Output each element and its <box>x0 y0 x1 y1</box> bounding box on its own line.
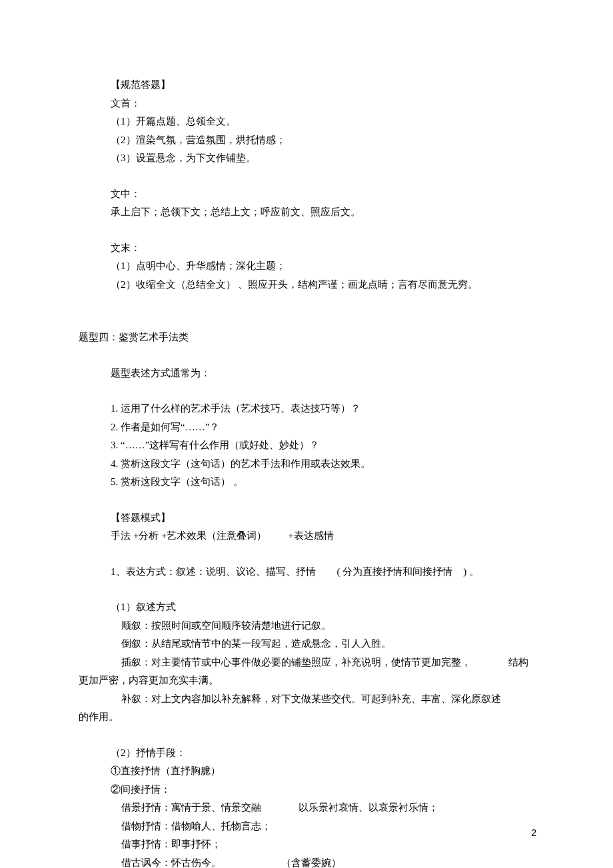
wenshou-item-2: （2）渲染气氛，营造氛围，烘托情感； <box>79 132 540 149</box>
page-number: 2 <box>531 825 536 841</box>
chaxu-line-2: 更加严密，内容更加充实丰满。 <box>79 672 540 689</box>
spacer <box>79 727 540 745</box>
wenshou-item-1: （1）开篇点题、总领全文。 <box>79 113 540 131</box>
chaxu-a: 插叙：对主要情节或中心事件做必要的铺垫照应，补充说明，使情节更加完整， <box>121 657 471 667</box>
wenshou-label: 文首： <box>79 95 540 113</box>
chaxu-b: 结构 <box>508 657 528 667</box>
answer-mode-heading: 【答题模式】 <box>79 510 540 527</box>
shunxu-line: 顺叙：按照时间或空间顺序较清楚地进行记叙。 <box>79 618 540 635</box>
wenshou-item-3: （3）设置悬念，为下文作铺垫。 <box>79 150 540 167</box>
buxu-line-2: 的作用。 <box>79 709 540 726</box>
jiegu-b: （含蓄委婉） <box>281 857 341 868</box>
spacer <box>79 169 540 186</box>
spacer <box>79 546 540 564</box>
question-2: 2. 作者是如何写“……”？ <box>79 419 540 436</box>
answer-mode-1b: +表达感情 <box>288 530 333 541</box>
jiegu-a: 借古讽今：怀古伤今。 <box>121 857 221 868</box>
expression-mode-line: 1、表达方式：叙述：说明、议论、描写、抒情( 分为直接抒情和间接抒情) 。 <box>79 564 540 581</box>
expression-mode-a: 1、表达方式：叙述：说明、议论、描写、抒情 <box>111 566 316 577</box>
lyric-heading: （2）抒情手段： <box>79 745 540 762</box>
document-page: 【规范答题】 文首： （1）开篇点题、总领全文。 （2）渲染气氛，营造氛围，烘托… <box>0 0 613 868</box>
question-1: 1. 运用了什么样的艺术手法（艺术技巧、表达技巧等）？ <box>79 400 540 418</box>
buxu-line-1: 补叙：对上文内容加以补充解释，对下文做某些交代。可起到补充、丰富、深化原叙述 <box>79 691 540 708</box>
spacer <box>79 492 540 510</box>
direct-lyric: ①直接抒情（直抒胸臆） <box>79 763 540 780</box>
spacer <box>79 383 540 400</box>
jiegu-line: 借古讽今：怀古伤今。（含蓄委婉） <box>79 855 540 869</box>
spacer <box>79 582 540 599</box>
expression-mode-b: ( 分为直接抒情和间接抒情 <box>337 566 453 577</box>
question-3: 3. “……”这样写有什么作用（或好处、妙处）？ <box>79 437 540 454</box>
jiejing-a: 借景抒情：寓情于景、情景交融 <box>121 802 261 813</box>
section-4-title: 题型四：鉴赏艺术手法类 <box>79 329 540 346</box>
question-type-sub: 题型表述方式通常为： <box>79 365 540 382</box>
spacer <box>79 222 540 240</box>
jieshi-line: 借事抒情：即事抒怀； <box>79 836 540 853</box>
jiewu-line: 借物抒情：借物喻人、托物言志； <box>79 818 540 835</box>
jiejing-line: 借景抒情：寓情于景、情景交融以乐景衬哀情、以哀景衬乐情； <box>79 799 540 817</box>
jiejing-b: 以乐景衬哀情、以哀景衬乐情； <box>299 802 438 813</box>
wenwei-item-2: （2）收缩全文（总结全文） 、照应开头，结构严谨；画龙点睛；言有尽而意无穷。 <box>79 276 540 294</box>
answer-mode-line-1: 手法 +分析 +艺术效果（注意叠词）+表达感情 <box>79 528 540 545</box>
wenwei-item-1: （1）点明中心、升华感情；深化主题； <box>79 258 540 275</box>
answer-mode-1a: 手法 +分析 +艺术效果（注意叠词） <box>111 530 267 541</box>
wenzhong-item-1: 承上启下；总领下文；总结上文；呼应前文、照应后文。 <box>79 204 540 221</box>
chaxu-line-1: 插叙：对主要情节或中心事件做必要的铺垫照应，补充说明，使情节更加完整，结构 <box>79 654 540 671</box>
daoxu-line: 倒叙：从结尾或情节中的某一段写起，造成悬念，引人入胜。 <box>79 636 540 653</box>
question-5: 5. 赏析这段文字（这句话） 。 <box>79 474 540 491</box>
answer-norm-heading: 【规范答题】 <box>79 77 540 94</box>
narration-heading: （1）叙述方式 <box>79 599 540 616</box>
expression-mode-c: ) 。 <box>463 566 479 577</box>
wenwei-label: 文末： <box>79 240 540 257</box>
spacer <box>79 294 540 329</box>
spacer <box>79 348 540 365</box>
question-4: 4. 赏析这段文字（这句话）的艺术手法和作用或表达效果。 <box>79 456 540 473</box>
wenzhong-label: 文中： <box>79 186 540 203</box>
indirect-lyric: ②间接抒情： <box>79 781 540 799</box>
